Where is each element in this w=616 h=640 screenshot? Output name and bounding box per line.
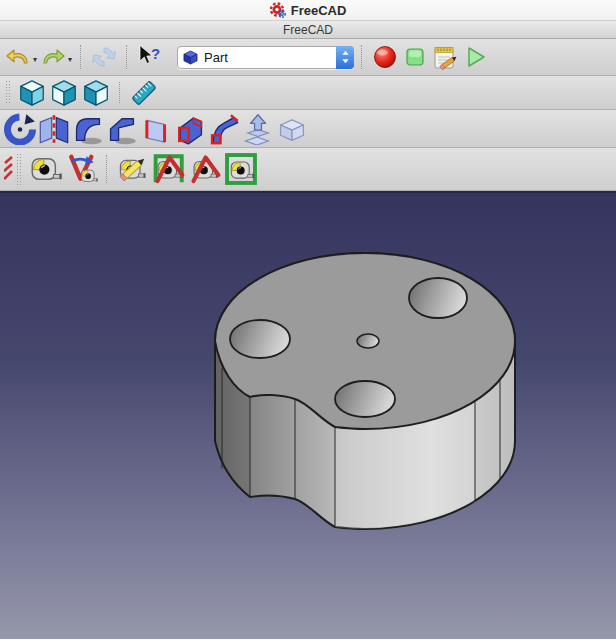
ruled-icon xyxy=(140,113,172,145)
part-hole-left[interactable] xyxy=(230,320,290,358)
window-title-bar[interactable]: FreeCAD xyxy=(0,21,616,39)
cube-dim-icon xyxy=(49,78,79,108)
ruler-icon xyxy=(129,78,159,108)
measure-angular-button[interactable] xyxy=(64,152,98,186)
tape-clear-icon xyxy=(152,152,186,186)
part-hole-top-right[interactable] xyxy=(409,278,467,318)
revolve-icon xyxy=(4,113,36,145)
part-hole-bottom[interactable] xyxy=(335,381,395,417)
chamfer-button[interactable] xyxy=(106,113,138,145)
redo-button[interactable]: ▾ xyxy=(39,43,72,71)
tape-3d-icon xyxy=(224,152,258,186)
offset-button[interactable] xyxy=(276,113,308,145)
measure-distance-button[interactable] xyxy=(129,78,159,108)
macro-execute-button[interactable] xyxy=(461,43,489,71)
record-icon xyxy=(371,43,399,71)
workbench-selector-value: Part xyxy=(204,50,336,65)
toolbar-part-tools xyxy=(0,110,616,148)
ruled-surface-button[interactable] xyxy=(140,113,172,145)
3d-part[interactable] xyxy=(215,253,515,529)
mirror-icon xyxy=(38,113,70,145)
part-workbench-icon xyxy=(183,50,198,65)
fillet-icon xyxy=(72,113,104,145)
toolbar-measure xyxy=(0,148,616,191)
measure-clear-all-button[interactable] xyxy=(152,152,186,186)
tape-toggle-icon xyxy=(188,152,222,186)
toolbar-standard: ▾▾ ? Part xyxy=(0,39,616,76)
3d-viewport[interactable] xyxy=(0,191,616,639)
cube-tri-icon xyxy=(81,78,111,108)
toolbar-separator xyxy=(126,45,128,69)
toolbar-view xyxy=(0,76,616,110)
measure-refresh-button[interactable] xyxy=(116,152,150,186)
macro-stop-button[interactable] xyxy=(401,43,429,71)
macro-record-button[interactable] xyxy=(371,43,399,71)
whats-this-button[interactable]: ? xyxy=(136,43,164,71)
workbench-selector[interactable]: Part xyxy=(177,46,354,69)
measure-toggle-all-button[interactable] xyxy=(188,152,222,186)
loft-icon xyxy=(174,113,206,145)
macro-edit-button[interactable] xyxy=(431,43,459,71)
whatsthis-icon: ? xyxy=(136,43,164,71)
undo-icon xyxy=(4,43,32,71)
notepad-icon xyxy=(431,43,459,71)
refresh-button[interactable] xyxy=(90,43,118,71)
freecad-logo-icon xyxy=(270,2,286,18)
window-title: FreeCAD xyxy=(283,23,333,37)
sweep-icon xyxy=(208,113,240,145)
svg-text:?: ? xyxy=(151,45,160,62)
view-dimetric-button[interactable] xyxy=(49,78,79,108)
menu-bar: FreeCAD xyxy=(0,0,616,21)
toolbar-grip[interactable] xyxy=(16,153,23,184)
chamfer-icon xyxy=(106,113,138,145)
measure-toggle-3d-button[interactable] xyxy=(224,152,258,186)
loft-button[interactable] xyxy=(174,113,206,145)
extrude-button[interactable] xyxy=(242,113,274,145)
revolve-button[interactable] xyxy=(4,113,36,145)
undo-button[interactable]: ▾ xyxy=(4,43,37,71)
refresh-icon xyxy=(90,43,118,71)
undo-dropdown-arrow[interactable]: ▾ xyxy=(33,56,37,64)
cube-iso-icon xyxy=(17,78,47,108)
view-trimetric-button[interactable] xyxy=(81,78,111,108)
part-hole-center[interactable] xyxy=(357,334,379,348)
sweep-button[interactable] xyxy=(208,113,240,145)
stop-icon xyxy=(401,43,429,71)
tape-pencil-icon xyxy=(116,152,150,186)
offsetbox-icon xyxy=(276,113,308,145)
play-icon xyxy=(461,43,489,71)
fillet-button[interactable] xyxy=(72,113,104,145)
workbench-selector-stepper[interactable] xyxy=(336,46,354,69)
view-isometric-button[interactable] xyxy=(17,78,47,108)
redo-dropdown-arrow[interactable]: ▾ xyxy=(68,56,72,64)
toolbar-separator xyxy=(80,45,82,69)
redo-icon xyxy=(39,43,67,71)
toolbar-grip[interactable] xyxy=(5,80,12,104)
extrude-icon xyxy=(242,113,274,145)
clipped-left-edge-button[interactable] xyxy=(4,154,13,184)
measure-linear-button[interactable] xyxy=(28,152,62,186)
tape-icon xyxy=(28,152,62,186)
mirror-button[interactable] xyxy=(38,113,70,145)
menu-bar-app-title: FreeCAD xyxy=(291,3,347,18)
toolbar-separator xyxy=(361,45,363,69)
tape-angular-icon xyxy=(64,152,98,186)
toolbar-separator xyxy=(106,155,108,183)
clipped-red-icon xyxy=(4,154,13,184)
toolbar-separator xyxy=(119,82,121,104)
